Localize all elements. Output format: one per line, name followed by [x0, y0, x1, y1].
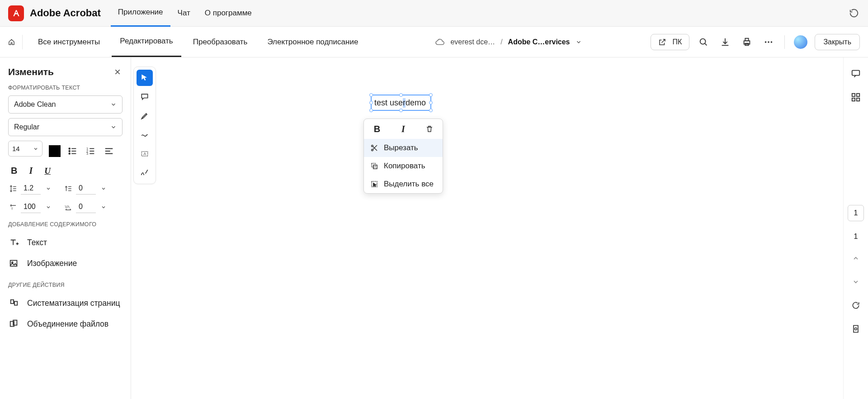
- tab-edit[interactable]: Редактировать: [112, 27, 181, 57]
- page-current-input[interactable]: 1: [848, 205, 864, 221]
- download-icon[interactable]: [717, 34, 733, 50]
- tab-esign[interactable]: Электронное подписание: [259, 28, 366, 57]
- topnav-tab-about[interactable]: О программе: [198, 0, 259, 26]
- resize-handle[interactable]: [369, 109, 373, 112]
- section-other-actions: ДРУГИЕ ДЕЙСТВИЯ: [8, 282, 123, 288]
- char-spacing-icon: VA: [63, 202, 73, 212]
- italic-toggle[interactable]: I: [29, 166, 33, 176]
- page-down-icon[interactable]: [849, 276, 862, 288]
- add-text-icon: [9, 238, 19, 247]
- popover-delete-icon[interactable]: [416, 119, 443, 139]
- combine-files-icon: [9, 319, 19, 329]
- bold-toggle[interactable]: B: [11, 166, 17, 176]
- open-in-desktop-chip[interactable]: ПК: [651, 34, 690, 50]
- comment-tool[interactable]: [137, 89, 153, 105]
- font-size-select[interactable]: 14: [8, 141, 42, 157]
- svg-rect-17: [11, 300, 14, 304]
- combine-files-label: Объединение файлов: [27, 319, 108, 329]
- resize-handle[interactable]: [399, 93, 403, 97]
- crumb-doc[interactable]: Adobe C…ervices: [508, 38, 570, 46]
- context-cut[interactable]: Вырезать: [364, 139, 443, 157]
- chevron-down-icon[interactable]: [576, 39, 582, 45]
- context-copy-label: Копировать: [384, 162, 425, 171]
- svg-rect-2: [745, 38, 749, 41]
- page-total: 1: [854, 232, 858, 241]
- resize-handle[interactable]: [369, 101, 373, 104]
- highlight-tool[interactable]: [137, 108, 153, 124]
- topnav-tab-chat[interactable]: Чат: [170, 0, 198, 26]
- resize-handle[interactable]: [429, 109, 433, 112]
- document-canvas[interactable]: test user demo B I: [158, 57, 843, 399]
- combine-files-button[interactable]: Объединение файлов: [8, 314, 123, 334]
- print-icon[interactable]: [739, 34, 755, 50]
- home-icon[interactable]: [8, 35, 23, 49]
- resize-handle[interactable]: [429, 101, 433, 104]
- avatar[interactable]: [793, 34, 808, 50]
- text-color-swatch[interactable]: [49, 145, 61, 157]
- breadcrumb: everest dce… / Adobe C…ervices: [366, 38, 650, 46]
- crumb-space[interactable]: everest dce…: [450, 38, 495, 46]
- search-icon[interactable]: [696, 34, 711, 50]
- page-up-icon[interactable]: [849, 252, 862, 265]
- svg-point-5: [768, 41, 770, 43]
- svg-text:T: T: [11, 207, 14, 211]
- context-select-all-label: Выделить все: [384, 180, 434, 189]
- edit-side-panel: Изменить ФОРМАТИРОВАТЬ ТЕКСТ Adobe Clean…: [0, 57, 131, 399]
- font-family-select[interactable]: Adobe Clean: [8, 95, 123, 114]
- svg-rect-18: [14, 301, 17, 305]
- close-panel-icon[interactable]: [113, 67, 123, 77]
- add-image-button[interactable]: Изображение: [8, 253, 123, 274]
- organize-pages-label: Систематизация страниц: [27, 299, 120, 308]
- topnav-tab-app[interactable]: Приложение: [111, 0, 170, 27]
- rotate-icon[interactable]: [849, 299, 862, 312]
- font-size-value: 14: [12, 145, 20, 152]
- svg-text:3: 3: [86, 152, 88, 156]
- resize-handle[interactable]: [429, 93, 433, 97]
- text-align-icon[interactable]: [103, 145, 115, 157]
- chevron-down-icon: [110, 124, 117, 130]
- tab-convert[interactable]: Преобразовать: [185, 28, 256, 57]
- right-rail: 1 1: [843, 57, 868, 399]
- font-style-select[interactable]: Regular: [8, 118, 123, 136]
- context-select-all[interactable]: Выделить все: [364, 175, 443, 193]
- more-icon[interactable]: [761, 34, 776, 50]
- horizontal-scale-field[interactable]: T 100: [8, 201, 53, 213]
- signature-tool[interactable]: [137, 165, 153, 181]
- add-text-box-tool[interactable]: A: [137, 146, 153, 162]
- numbered-list-icon[interactable]: 123: [85, 145, 97, 157]
- font-style-value: Regular: [14, 123, 39, 131]
- resize-handle[interactable]: [399, 109, 403, 112]
- cut-icon: [370, 144, 378, 152]
- comments-panel-icon[interactable]: [849, 67, 862, 80]
- select-tool[interactable]: [137, 70, 153, 86]
- selected-text-box[interactable]: test user demo: [371, 95, 431, 111]
- svg-rect-15: [10, 261, 17, 266]
- popover-bold[interactable]: B: [364, 119, 390, 139]
- add-text-button[interactable]: Текст: [8, 232, 123, 253]
- popover-italic[interactable]: I: [390, 119, 416, 139]
- close-button[interactable]: Закрыть: [815, 34, 860, 50]
- chevron-down-icon: [43, 202, 53, 212]
- crumb-sep: /: [500, 38, 502, 46]
- line-spacing-field[interactable]: 1.2: [8, 182, 53, 195]
- tab-all-tools[interactable]: Все инструменты: [30, 28, 108, 57]
- bulleted-list-icon[interactable]: [67, 145, 79, 157]
- svg-point-9: [69, 153, 70, 154]
- thumbnails-panel-icon[interactable]: [849, 91, 862, 104]
- resize-handle[interactable]: [369, 93, 373, 97]
- svg-point-0: [700, 38, 706, 44]
- paragraph-spacing-field[interactable]: 0: [63, 182, 108, 195]
- organize-pages-icon: [9, 298, 19, 308]
- cloud-icon: [435, 38, 445, 46]
- page-view-icon[interactable]: [849, 323, 862, 335]
- refresh-icon[interactable]: [848, 7, 860, 19]
- context-copy[interactable]: Копировать: [364, 157, 443, 175]
- top-nav: Adobe Acrobat Приложение Чат О программе: [0, 0, 868, 27]
- underline-toggle[interactable]: U: [44, 166, 51, 176]
- svg-rect-29: [852, 94, 855, 96]
- organize-pages-button[interactable]: Систематизация страниц: [8, 293, 123, 314]
- draw-tool[interactable]: [137, 127, 153, 143]
- select-all-icon: [370, 180, 378, 188]
- character-spacing-field[interactable]: VA 0: [63, 201, 108, 213]
- svg-text:A: A: [144, 152, 146, 156]
